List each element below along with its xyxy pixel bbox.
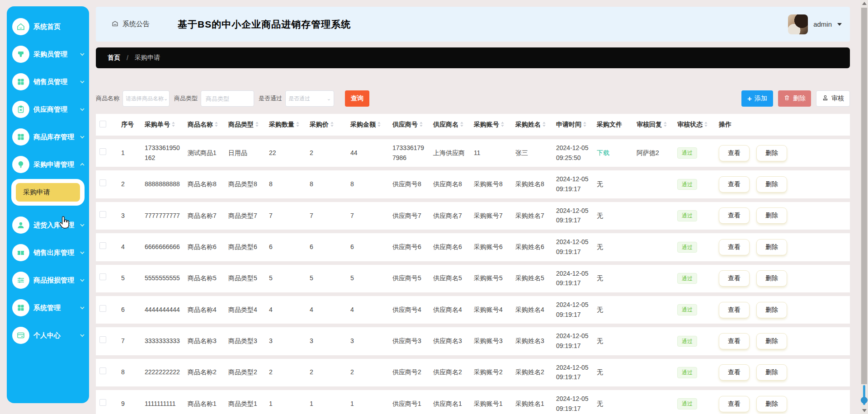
row-checkbox-cell <box>96 296 118 324</box>
row-checkbox[interactable] <box>99 399 106 406</box>
cell-account: 采购账号1 <box>470 390 512 414</box>
column-header-qty[interactable]: 采购数量 <box>265 114 306 136</box>
cell-ops: 查看删除 <box>715 202 850 230</box>
row-delete-button[interactable]: 删除 <box>756 364 787 381</box>
sidebar-item-5[interactable]: 采购申请管理 <box>12 153 86 176</box>
column-header-reply[interactable]: 审核回复 <box>633 114 674 136</box>
row-delete-button[interactable]: 删除 <box>756 270 787 287</box>
chevron-down-icon <box>79 134 85 140</box>
cell-reply <box>633 265 674 292</box>
cell-ops: 查看删除 <box>715 139 850 167</box>
sidebar-item-10[interactable]: 个人中心 <box>12 324 86 347</box>
view-button[interactable]: 查看 <box>719 145 750 161</box>
view-button[interactable]: 查看 <box>719 270 750 287</box>
row-checkbox[interactable] <box>99 273 106 280</box>
row-delete-button[interactable]: 删除 <box>756 239 787 255</box>
column-header-product_name[interactable]: 商品名称 <box>184 114 225 136</box>
column-header-apply_time[interactable]: 申请时间 <box>552 114 593 136</box>
download-link[interactable]: 下载 <box>597 149 609 156</box>
row-delete-button[interactable]: 删除 <box>756 145 787 161</box>
breadcrumb-home[interactable]: 首页 <box>108 54 120 62</box>
column-header-amount[interactable]: 采购金额 <box>347 114 389 136</box>
sidebar-item-1[interactable]: 采购员管理 <box>12 43 86 66</box>
sidebar-item-4[interactable]: 商品库存管理 <box>12 126 86 148</box>
row-checkbox[interactable] <box>99 179 106 186</box>
column-header-price[interactable]: 采购价 <box>306 114 347 136</box>
column-header-status[interactable]: 审核状态 <box>674 114 715 136</box>
row-checkbox[interactable] <box>99 242 106 249</box>
cell-product_type: 商品类型3 <box>225 327 265 355</box>
cell-status: 通过 <box>674 170 715 198</box>
sidebar-nav: 系统首页采购员管理销售员管理供应商管理商品库存管理采购申请管理采购申请进货入库管… <box>7 15 89 347</box>
scrollbar-thumb[interactable] <box>861 8 867 384</box>
cell-file: 无 <box>593 390 633 414</box>
cell-index: 1 <box>118 139 141 167</box>
sidebar-item-7[interactable]: 销售出库管理 <box>12 241 86 264</box>
audit-button[interactable]: 审核 <box>816 90 850 107</box>
user-menu[interactable]: admin <box>788 14 842 34</box>
view-button[interactable]: 查看 <box>719 333 750 349</box>
column-header-product_type[interactable]: 商品类型 <box>225 114 265 136</box>
sidebar-item-label: 商品报损管理 <box>33 276 79 285</box>
column-header-order_no[interactable]: 采购单号 <box>141 114 184 136</box>
file-none-text: 无 <box>597 243 603 250</box>
select-all-checkbox[interactable] <box>99 121 106 127</box>
row-checkbox[interactable] <box>99 148 106 155</box>
scroll-knob[interactable] <box>861 397 868 404</box>
sidebar-item-6[interactable]: 进货入库管理 <box>12 214 86 236</box>
view-button[interactable]: 查看 <box>719 176 750 193</box>
row-delete-button[interactable]: 删除 <box>756 176 787 193</box>
sort-icon <box>376 121 381 128</box>
chevron-up-icon <box>79 161 85 168</box>
sort-icon <box>541 121 546 128</box>
row-checkbox[interactable] <box>99 367 106 374</box>
vertical-scrollbar[interactable] <box>860 0 868 414</box>
sort-icon <box>703 121 708 128</box>
view-button[interactable]: 查看 <box>719 364 750 381</box>
row-checkbox[interactable] <box>99 211 106 218</box>
row-delete-button[interactable]: 删除 <box>756 302 787 318</box>
pass-select[interactable]: 是否通过 ⌄ <box>285 90 334 107</box>
product-type-input[interactable] <box>201 90 254 107</box>
column-header-person[interactable]: 采购姓名 <box>512 114 552 136</box>
grid-icon <box>12 73 29 90</box>
add-button[interactable]: + 添加 <box>741 90 773 107</box>
scroll-up-arrow-icon[interactable] <box>862 2 867 5</box>
view-button[interactable]: 查看 <box>719 396 750 412</box>
breadcrumb-current: 采购申请 <box>135 54 160 62</box>
view-button[interactable]: 查看 <box>719 302 750 318</box>
cell-product_name: 商品名称4 <box>184 296 225 324</box>
delete-button[interactable]: 删除 <box>778 90 811 107</box>
row-delete-button[interactable]: 删除 <box>756 396 787 412</box>
column-header-account[interactable]: 采购账号 <box>470 114 512 136</box>
cell-file: 无 <box>593 233 633 261</box>
cell-reply <box>633 390 674 414</box>
view-button[interactable]: 查看 <box>719 239 750 255</box>
search-button[interactable]: 查询 <box>345 90 369 107</box>
sidebar-item-9[interactable]: 系统管理 <box>12 296 86 319</box>
table-row-2: 28888888888商品名称8商品类型8888供应商号8供应商名8采购账号8采… <box>96 170 850 198</box>
announcement-link[interactable]: 系统公告 <box>111 20 150 29</box>
cell-file: 无 <box>593 170 633 198</box>
cell-reply <box>633 327 674 355</box>
sidebar-item-3[interactable]: 供应商管理 <box>12 98 86 121</box>
scroll-down-arrow-icon[interactable] <box>862 409 867 412</box>
cell-order_no: 4444444444 <box>141 296 184 324</box>
sidebar-item-2[interactable]: 销售员管理 <box>12 71 86 93</box>
sidebar-item-8[interactable]: 商品报损管理 <box>12 269 86 292</box>
cell-ops: 查看删除 <box>715 170 850 198</box>
row-delete-button[interactable]: 删除 <box>756 207 787 224</box>
row-checkbox[interactable] <box>99 305 106 312</box>
row-delete-button[interactable]: 删除 <box>756 333 787 349</box>
cell-status: 通过 <box>674 202 715 230</box>
sliders-icon <box>12 272 29 289</box>
sidebar-subitem-active[interactable]: 采购申请 <box>16 183 80 202</box>
view-button[interactable]: 查看 <box>719 207 750 224</box>
avatar[interactable] <box>788 14 808 34</box>
sidebar-item-0[interactable]: 系统首页 <box>12 15 86 38</box>
column-header-supplier_name[interactable]: 供应商名 <box>429 114 470 136</box>
sidebar: 系统首页采购员管理销售员管理供应商管理商品库存管理采购申请管理采购申请进货入库管… <box>7 6 89 403</box>
product-name-select[interactable]: 请选择商品名称 ⌄ <box>123 90 170 107</box>
row-checkbox[interactable] <box>99 336 106 343</box>
column-header-supplier_no[interactable]: 供应商号 <box>389 114 429 136</box>
